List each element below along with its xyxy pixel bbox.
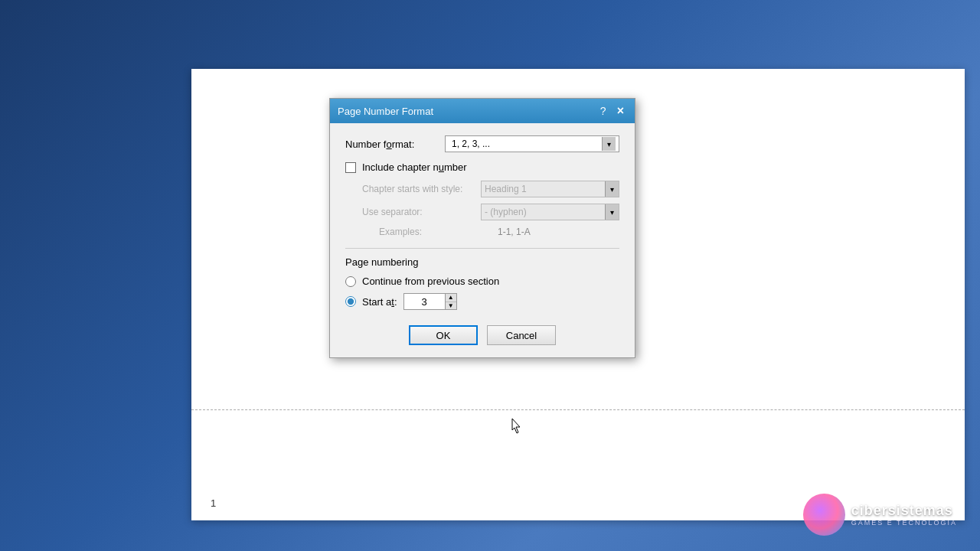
chapter-starts-select: Heading 1 ▾	[481, 181, 619, 197]
start-at-spinbox[interactable]: 3 ▲ ▼	[403, 293, 457, 310]
dialog-body: Number format: 1, 2, 3, ... ▾ Include ch…	[330, 123, 635, 357]
spinbox-up-button[interactable]: ▲	[446, 294, 456, 302]
start-at-value: 3	[404, 296, 445, 308]
page-number-format-dialog: Page Number Format ? × Number format: 1,…	[329, 98, 635, 358]
logo-icon	[803, 494, 845, 536]
logo-text-wrap: cibersistemas GAMES E TECNOLOGIA	[851, 503, 957, 527]
include-chapter-checkbox[interactable]	[345, 162, 356, 173]
cancel-button[interactable]: Cancel	[487, 325, 556, 345]
modal-backdrop: Page Number Format ? × Number format: 1,…	[0, 0, 980, 551]
use-separator-value: - (hyphen)	[482, 207, 605, 217]
number-format-row: Number format: 1, 2, 3, ... ▾	[345, 135, 619, 152]
chapter-starts-row: Chapter starts with style: Heading 1 ▾	[362, 181, 619, 197]
logo-sub-text: GAMES E TECNOLOGIA	[851, 519, 957, 527]
dialog-title: Page Number Format	[338, 106, 433, 117]
logo-main-text: cibersistemas	[851, 503, 957, 519]
dialog-buttons: OK Cancel	[345, 322, 619, 348]
continue-radio[interactable]	[345, 276, 356, 287]
number-format-arrow: ▾	[602, 137, 616, 151]
chapter-section: Chapter starts with style: Heading 1 ▾ U…	[362, 181, 619, 237]
number-format-label: Number format:	[345, 139, 445, 150]
chapter-starts-label: Chapter starts with style:	[362, 184, 481, 194]
examples-label: Examples:	[379, 227, 498, 237]
number-format-select[interactable]: 1, 2, 3, ... ▾	[445, 135, 619, 152]
dialog-controls: ? ×	[597, 104, 627, 118]
include-chapter-row: Include chapter number	[345, 161, 619, 173]
ok-button[interactable]: OK	[409, 325, 478, 345]
chapter-starts-value: Heading 1	[482, 184, 605, 194]
use-separator-select: - (hyphen) ▾	[481, 204, 619, 220]
use-separator-row: Use separator: - (hyphen) ▾	[362, 204, 619, 220]
use-separator-label: Use separator:	[362, 207, 481, 217]
close-button[interactable]: ×	[614, 104, 627, 118]
start-at-radio[interactable]	[345, 296, 356, 307]
start-at-row: Start at: 3 ▲ ▼	[345, 293, 619, 310]
logo-area: cibersistemas GAMES E TECNOLOGIA	[803, 494, 957, 536]
section-divider	[345, 248, 619, 249]
help-button[interactable]: ?	[597, 105, 609, 117]
include-chapter-label: Include chapter number	[362, 161, 467, 173]
examples-value: 1-1, 1-A	[498, 227, 531, 237]
page-numbering-title: Page numbering	[345, 256, 619, 268]
dialog-titlebar: Page Number Format ? ×	[330, 99, 635, 123]
continue-label: Continue from previous section	[362, 276, 499, 287]
number-format-value: 1, 2, 3, ...	[449, 139, 602, 149]
chapter-starts-arrow: ▾	[605, 181, 619, 197]
examples-row: Examples: 1-1, 1-A	[379, 227, 619, 237]
start-at-label: Start at:	[362, 296, 397, 308]
spinbox-down-button[interactable]: ▼	[446, 302, 456, 310]
continue-radio-row: Continue from previous section	[345, 276, 619, 287]
page-numbering-section: Page numbering Continue from previous se…	[345, 256, 619, 310]
spinbox-arrows: ▲ ▼	[445, 294, 456, 309]
use-separator-arrow: ▾	[605, 204, 619, 220]
